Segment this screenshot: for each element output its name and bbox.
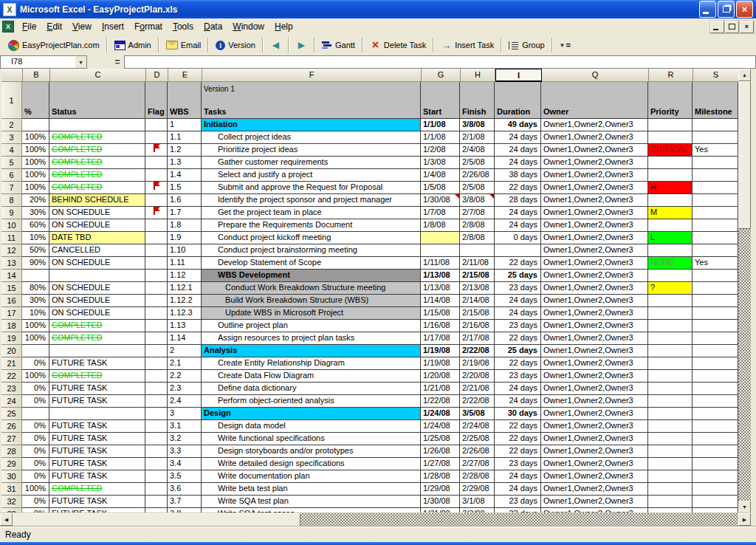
- cell[interactable]: 1.6: [168, 194, 202, 207]
- cell[interactable]: FUTURE TASK: [49, 395, 145, 408]
- cell[interactable]: [693, 433, 738, 445]
- cell[interactable]: 1/8/08: [421, 219, 460, 232]
- cell[interactable]: 100%: [22, 144, 49, 157]
- cell[interactable]: [49, 408, 145, 420]
- cell[interactable]: Create Data Flow Diagram: [202, 370, 421, 383]
- cell[interactable]: Define data dictionary: [202, 383, 421, 395]
- cell[interactable]: 1/17/08: [421, 332, 460, 345]
- cell[interactable]: 0%: [22, 470, 49, 483]
- cell[interactable]: 20%: [22, 194, 49, 207]
- cell[interactable]: [648, 496, 693, 508]
- cell[interactable]: 0%: [22, 496, 49, 508]
- cell[interactable]: 23 days: [495, 370, 541, 383]
- name-box[interactable]: I78: [0, 55, 75, 69]
- cell[interactable]: FUTURE TASK: [49, 433, 145, 445]
- cell[interactable]: 25 days: [495, 270, 541, 282]
- cell[interactable]: 1/7/08: [421, 207, 460, 219]
- cell[interactable]: 23 days: [495, 320, 541, 332]
- cell[interactable]: Design: [202, 408, 421, 420]
- cell[interactable]: [648, 395, 693, 408]
- cell[interactable]: 1.10: [168, 244, 202, 257]
- cell[interactable]: Owner1,Owner2,Owner3: [541, 157, 648, 169]
- cell[interactable]: COMPLETED: [49, 182, 145, 194]
- row-header[interactable]: 9: [1, 207, 22, 219]
- cell[interactable]: [648, 420, 693, 433]
- cell[interactable]: Owner1,Owner2,Owner3: [541, 307, 648, 320]
- cell[interactable]: Owner1,Owner2,Owner3: [541, 244, 648, 257]
- cell[interactable]: [495, 244, 541, 257]
- cell[interactable]: [693, 182, 738, 194]
- cell[interactable]: Conduct project brainstorming meeting: [202, 244, 421, 257]
- cell[interactable]: 3.4: [168, 458, 202, 470]
- cell[interactable]: [693, 119, 738, 131]
- cell[interactable]: 1/16/08: [421, 320, 460, 332]
- cell[interactable]: Develop Statement of Scope: [202, 257, 421, 270]
- cell[interactable]: Write SQA test plan: [202, 496, 421, 508]
- cell[interactable]: [22, 408, 49, 420]
- cell[interactable]: [22, 270, 49, 282]
- cell[interactable]: 0%: [22, 420, 49, 433]
- cell[interactable]: 1.5: [168, 182, 202, 194]
- cell[interactable]: COMPLETED: [49, 483, 145, 496]
- row-header[interactable]: 4: [1, 144, 22, 157]
- cell[interactable]: Start: [421, 82, 460, 119]
- cell[interactable]: 2/16/08: [460, 320, 495, 332]
- cell[interactable]: 2/19/08: [460, 357, 495, 370]
- scroll-down-icon[interactable]: ▼: [738, 501, 751, 513]
- cell[interactable]: Duration: [495, 82, 541, 119]
- cell[interactable]: 0%: [22, 357, 49, 370]
- scrollbar-vertical[interactable]: ▲ ▼: [738, 69, 751, 513]
- menu-insert[interactable]: Insert: [97, 19, 129, 34]
- cell[interactable]: [648, 131, 693, 144]
- cell[interactable]: [693, 307, 738, 320]
- vertical-scroll-track[interactable]: [738, 229, 751, 501]
- cell[interactable]: 22 days: [495, 332, 541, 345]
- cell[interactable]: 3.6: [168, 483, 202, 496]
- cell[interactable]: 1/24/08: [421, 408, 460, 420]
- cell[interactable]: 10%: [22, 232, 49, 244]
- cell[interactable]: 1/14/08: [421, 295, 460, 307]
- cell[interactable]: [648, 320, 693, 332]
- cell[interactable]: [693, 420, 738, 433]
- column-header-S[interactable]: S: [693, 69, 738, 82]
- cell[interactable]: [693, 157, 738, 169]
- cell[interactable]: [22, 345, 49, 357]
- row-header[interactable]: 24: [1, 395, 22, 408]
- cell[interactable]: DATE TBD: [49, 232, 145, 244]
- cell[interactable]: 1.1: [168, 131, 202, 144]
- cell[interactable]: 24 days: [495, 307, 541, 320]
- cell[interactable]: [693, 131, 738, 144]
- cell[interactable]: 2/26/08: [460, 169, 495, 182]
- toolbar-button-forward[interactable]: [292, 38, 312, 52]
- minimize-button[interactable]: [699, 1, 716, 18]
- cell[interactable]: 1/15/08: [421, 307, 460, 320]
- cell[interactable]: Identify the project sponsor and project…: [202, 194, 421, 207]
- column-header-Q[interactable]: Q: [542, 69, 649, 82]
- cell[interactable]: 100%: [22, 157, 49, 169]
- cell[interactable]: 3.3: [168, 445, 202, 458]
- cell[interactable]: 2/22/08: [460, 345, 495, 357]
- cell[interactable]: Priority: [648, 82, 693, 119]
- cell[interactable]: 0%: [22, 383, 49, 395]
- cell[interactable]: Write functional specifications: [202, 433, 421, 445]
- cell[interactable]: %: [22, 82, 49, 119]
- cell[interactable]: [22, 119, 49, 131]
- column-header-G[interactable]: G: [422, 69, 461, 82]
- cell[interactable]: [145, 144, 168, 157]
- row-header[interactable]: 26: [1, 420, 22, 433]
- row-header[interactable]: 11: [1, 232, 22, 244]
- workbook-restore-button[interactable]: [725, 21, 739, 33]
- cell[interactable]: [145, 345, 168, 357]
- cell[interactable]: [145, 332, 168, 345]
- cell[interactable]: 2/25/08: [460, 433, 495, 445]
- cell[interactable]: [49, 270, 145, 282]
- cell[interactable]: Version 1 Tasks: [202, 82, 421, 119]
- cell[interactable]: 1.12.1: [168, 282, 202, 295]
- cell[interactable]: 1.12.2: [168, 295, 202, 307]
- cell[interactable]: 3/8/08: [460, 194, 495, 207]
- toolbar-button-email[interactable]: Email: [162, 38, 206, 52]
- cell[interactable]: [145, 207, 168, 219]
- cell[interactable]: [145, 270, 168, 282]
- cell[interactable]: [49, 345, 145, 357]
- column-header-R[interactable]: R: [649, 69, 693, 82]
